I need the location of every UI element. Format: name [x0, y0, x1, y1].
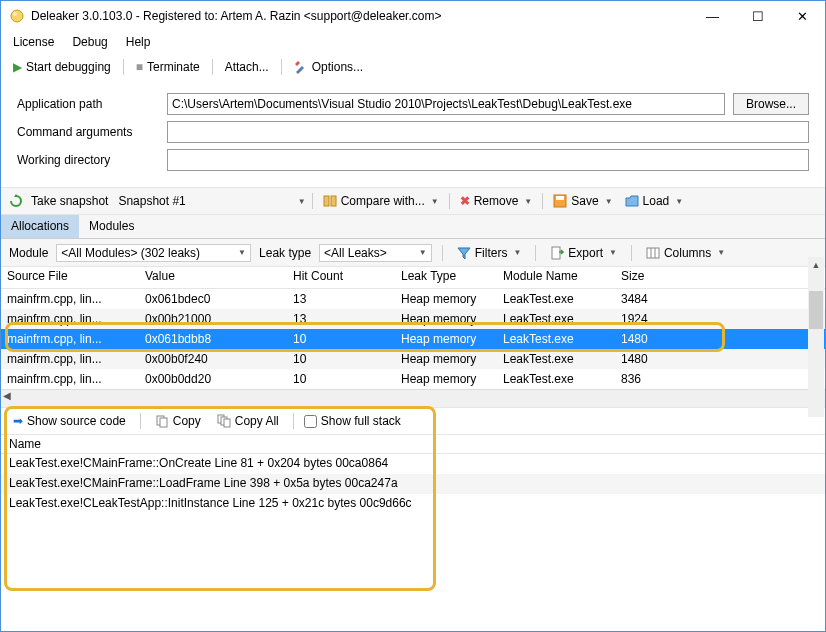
snapshot-select[interactable]: Snapshot #1 — [116, 194, 187, 208]
wrench-icon — [294, 60, 308, 74]
module-filter-select[interactable]: <All Modules> (302 leaks)▼ — [56, 244, 251, 262]
funnel-icon — [457, 246, 471, 260]
grid-hscrollbar[interactable]: ◀▶ — [1, 389, 825, 407]
load-button[interactable]: Load▼ — [621, 192, 688, 210]
stack-row[interactable]: LeakTest.exe!CMainFrame::OnCreate Line 8… — [1, 454, 825, 474]
terminate-button[interactable]: ■Terminate — [132, 58, 204, 76]
stack-header-name[interactable]: Name — [1, 434, 825, 454]
start-debugging-button[interactable]: ▶Start debugging — [9, 58, 115, 76]
launch-form: Application path Browse... Command argum… — [1, 81, 825, 187]
maximize-button[interactable]: ☐ — [735, 1, 780, 31]
export-icon — [550, 246, 564, 260]
show-full-stack-checkbox[interactable]: Show full stack — [304, 414, 401, 428]
leaktype-filter-select[interactable]: <All Leaks>▼ — [319, 244, 432, 262]
cmd-args-input[interactable] — [167, 121, 809, 143]
col-hit-count[interactable]: Hit Count — [287, 267, 395, 288]
table-row[interactable]: mainfrm.cpp, lin...0x061bdbb810Heap memo… — [1, 329, 825, 349]
window-title: Deleaker 3.0.103.0 - Registered to: Arte… — [31, 9, 690, 23]
save-icon — [553, 194, 567, 208]
svg-rect-3 — [331, 196, 336, 206]
stack-row[interactable]: LeakTest.exe!CLeakTestApp::InitInstance … — [1, 494, 825, 514]
svg-rect-7 — [647, 248, 659, 258]
compare-button[interactable]: Compare with...▼ — [319, 192, 443, 210]
copy-icon — [155, 414, 169, 428]
working-dir-label: Working directory — [17, 153, 167, 167]
refresh-icon — [9, 194, 23, 208]
export-button[interactable]: Export▼ — [546, 244, 621, 262]
cmd-args-label: Command arguments — [17, 125, 167, 139]
menu-bar: License Debug Help — [1, 31, 825, 53]
attach-button[interactable]: Attach... — [221, 58, 273, 76]
result-tabs: Allocations Modules — [1, 215, 825, 239]
take-snapshot-button[interactable]: Take snapshot — [27, 192, 112, 210]
compare-icon — [323, 194, 337, 208]
svg-rect-6 — [552, 247, 560, 259]
col-size[interactable]: Size — [615, 267, 711, 288]
col-leak-type[interactable]: Leak Type — [395, 267, 497, 288]
tab-modules[interactable]: Modules — [79, 215, 144, 238]
close-button[interactable]: ✕ — [780, 1, 825, 31]
copy-all-icon — [217, 414, 231, 428]
snapshot-toolbar: Take snapshot Snapshot #1 ▼ Compare with… — [1, 187, 825, 215]
tab-allocations[interactable]: Allocations — [1, 215, 79, 238]
svg-rect-14 — [224, 419, 230, 427]
svg-rect-2 — [324, 196, 329, 206]
filter-toolbar: Module <All Modules> (302 leaks)▼ Leak t… — [1, 239, 825, 267]
grid-header: Source File Value Hit Count Leak Type Mo… — [1, 267, 825, 289]
col-value[interactable]: Value — [139, 267, 287, 288]
options-button[interactable]: Options... — [290, 58, 367, 76]
stack-toolbar: ➡ Show source code Copy Copy All Show fu… — [1, 408, 825, 434]
folder-open-icon — [625, 194, 639, 208]
svg-rect-11 — [160, 418, 167, 427]
table-row[interactable]: mainfrm.cpp, lin...0x061bdec013Heap memo… — [1, 289, 825, 309]
stack-panel: Name LeakTest.exe!CMainFrame::OnCreate L… — [1, 434, 825, 514]
copy-button[interactable]: Copy — [151, 412, 205, 430]
columns-icon — [646, 246, 660, 260]
show-source-button[interactable]: ➡ Show source code — [9, 412, 130, 430]
filters-button[interactable]: Filters▼ — [453, 244, 526, 262]
chevron-down-icon[interactable]: ▼ — [298, 197, 306, 206]
table-row[interactable]: mainfrm.cpp, lin...0x00b0f24010Heap memo… — [1, 349, 825, 369]
app-path-input[interactable] — [167, 93, 725, 115]
main-toolbar: ▶Start debugging ■Terminate Attach... Op… — [1, 53, 825, 81]
remove-button[interactable]: ✖ Remove▼ — [456, 192, 537, 210]
app-icon — [9, 8, 25, 24]
menu-license[interactable]: License — [13, 35, 54, 49]
module-filter-label: Module — [9, 246, 48, 260]
browse-button[interactable]: Browse... — [733, 93, 809, 115]
titlebar: Deleaker 3.0.103.0 - Registered to: Arte… — [1, 1, 825, 31]
stack-row[interactable]: LeakTest.exe!CMainFrame::LoadFrame Line … — [1, 474, 825, 494]
save-button[interactable]: Save▼ — [549, 192, 616, 210]
table-row[interactable]: mainfrm.cpp, lin...0x00b0dd2010Heap memo… — [1, 369, 825, 389]
copy-all-button[interactable]: Copy All — [213, 412, 283, 430]
col-source-file[interactable]: Source File — [1, 267, 139, 288]
columns-button[interactable]: Columns▼ — [642, 244, 729, 262]
svg-rect-5 — [556, 196, 564, 200]
menu-debug[interactable]: Debug — [72, 35, 107, 49]
working-dir-input[interactable] — [167, 149, 809, 171]
svg-point-1 — [13, 12, 17, 16]
table-row[interactable]: mainfrm.cpp, lin...0x00b2100013Heap memo… — [1, 309, 825, 329]
minimize-button[interactable]: — — [690, 1, 735, 31]
svg-point-0 — [11, 10, 23, 22]
menu-help[interactable]: Help — [126, 35, 151, 49]
allocations-grid: Source File Value Hit Count Leak Type Mo… — [1, 267, 825, 408]
leaktype-filter-label: Leak type — [259, 246, 311, 260]
app-path-label: Application path — [17, 97, 167, 111]
col-module-name[interactable]: Module Name — [497, 267, 615, 288]
grid-vscrollbar[interactable]: ▲ — [808, 257, 824, 417]
